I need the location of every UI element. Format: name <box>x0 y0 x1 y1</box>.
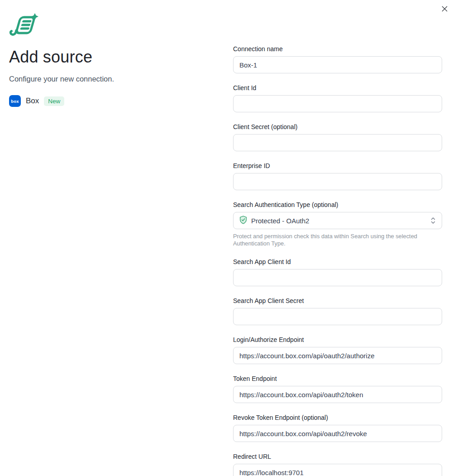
connection-form: Connection name Client Id Client Secret … <box>233 45 442 476</box>
field-enterprise-id: Enterprise ID <box>233 162 442 190</box>
field-revoke-endpoint: Revoke Token Endpoint (optional) <box>233 414 442 442</box>
field-label: Token Endpoint <box>233 375 442 382</box>
shield-check-icon <box>239 216 247 226</box>
chevron-updown-icon <box>430 216 436 225</box>
connection-name-input[interactable] <box>233 56 442 73</box>
box-logo-icon: box <box>9 95 21 107</box>
field-token-endpoint: Token Endpoint <box>233 375 442 403</box>
client-secret-input[interactable] <box>233 134 442 151</box>
field-label: Connection name <box>233 45 442 53</box>
client-id-input[interactable] <box>233 95 442 112</box>
intro-panel: Add source Configure your new connection… <box>9 13 199 107</box>
field-label: Revoke Token Endpoint (optional) <box>233 414 442 421</box>
page-title: Add source <box>9 48 199 67</box>
field-label: Enterprise ID <box>233 162 442 169</box>
auth-type-select[interactable]: Protected - OAuth2 <box>233 212 442 229</box>
field-search-app-client-secret: Search App Client Secret <box>233 297 442 325</box>
field-client-id: Client Id <box>233 84 442 112</box>
field-authorize-endpoint: Login/Authorize Endpoint <box>233 336 442 364</box>
field-search-app-client-id: Search App Client Id <box>233 258 442 286</box>
auth-type-value: Protected - OAuth2 <box>251 217 426 225</box>
token-endpoint-input[interactable] <box>233 386 442 403</box>
field-label: Search App Client Id <box>233 258 442 265</box>
add-source-dialog: Add source Configure your new connection… <box>0 0 453 476</box>
field-label: Search Authentication Type (optional) <box>233 201 442 208</box>
authorize-endpoint-input[interactable] <box>233 347 442 364</box>
field-label: Redirect URL <box>233 453 442 460</box>
field-label: Login/Authorize Endpoint <box>233 336 442 343</box>
source-name: Box <box>26 96 39 106</box>
selected-source: box Box New <box>9 95 199 107</box>
field-label: Client Id <box>233 84 442 91</box>
close-icon <box>441 5 448 14</box>
field-label: Client Secret (optional) <box>233 123 442 130</box>
search-app-client-id-input[interactable] <box>233 269 442 286</box>
field-redirect-url: Redirect URL <box>233 453 442 476</box>
auth-type-helper-text: Protect and permission check this data w… <box>233 233 432 247</box>
close-button[interactable] <box>439 5 449 14</box>
page-subtitle: Configure your new connection. <box>9 75 199 83</box>
field-label: Search App Client Secret <box>233 297 442 304</box>
app-logo-icon <box>9 13 199 38</box>
enterprise-id-input[interactable] <box>233 173 442 190</box>
field-connection-name: Connection name <box>233 45 442 73</box>
new-badge: New <box>44 96 64 106</box>
field-search-auth-type: Search Authentication Type (optional) Pr… <box>233 201 442 247</box>
revoke-endpoint-input[interactable] <box>233 425 442 442</box>
field-client-secret: Client Secret (optional) <box>233 123 442 151</box>
search-app-client-secret-input[interactable] <box>233 308 442 325</box>
redirect-url-input[interactable] <box>233 464 442 476</box>
